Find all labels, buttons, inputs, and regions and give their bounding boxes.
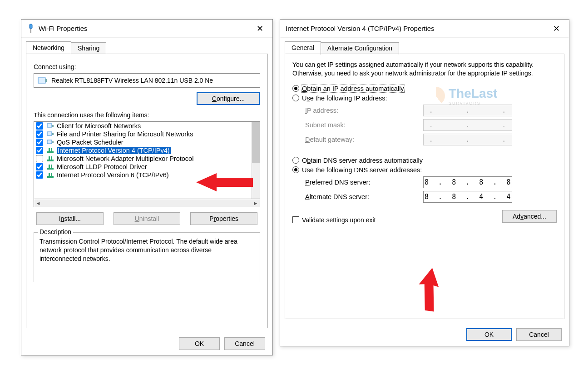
svg-rect-15 [51, 156, 52, 160]
list-item[interactable]: Microsoft LLDP Protocol Driver [34, 163, 252, 171]
scroll-left-icon[interactable]: ◄ [34, 199, 42, 207]
svg-rect-0 [30, 24, 32, 29]
pref-dns-input[interactable] [423, 176, 512, 188]
svg-rect-8 [47, 140, 52, 144]
svg-rect-1 [30, 29, 31, 33]
validate-checkbox[interactable] [292, 216, 299, 223]
wifi-title-text: Wi-Fi Properties [39, 25, 251, 32]
ipv4-title-text: Internet Protocol Version 4 (TCP/IPv4) P… [286, 25, 547, 32]
radio-ip-manual-label: Use the following IP address: [302, 95, 387, 102]
list-item-checkbox[interactable] [36, 139, 43, 146]
svg-rect-7 [52, 133, 54, 135]
wifi-tabs: Networking Sharing [26, 41, 272, 54]
install-button[interactable]: Install... [36, 212, 104, 225]
service-icon [47, 131, 54, 137]
validate-label: Validate settings upon exit [302, 216, 376, 224]
svg-rect-5 [52, 125, 54, 127]
close-button[interactable]: ✕ [547, 24, 565, 34]
radio-ip-auto-label: Obtain an IP address automatically [302, 85, 404, 92]
ip-address-label: IP address: [305, 107, 423, 114]
close-button[interactable]: ✕ [251, 24, 269, 34]
list-item[interactable]: Microsoft Network Adapter Multiplexor Pr… [34, 155, 252, 163]
radio-ip-manual[interactable] [292, 95, 299, 101]
ipv4-properties-dialog: Internet Protocol Version 4 (TCP/IPv4) P… [280, 19, 569, 346]
ipv4-tabs: General Alternate Configuration [285, 41, 569, 54]
vertical-scrollbar[interactable] [252, 122, 260, 199]
protocol-icon [47, 164, 54, 170]
tab-networking[interactable]: Networking [26, 41, 71, 54]
list-item-label: Client for Microsoft Networks [57, 122, 141, 130]
svg-rect-20 [49, 173, 50, 176]
radio-dns-manual-label: Use the following DNS server addresses: [302, 166, 422, 174]
alt-dns-label: Alternate DNS server: [305, 193, 423, 200]
list-item-label: Internet Protocol Version 4 (TCP/IPv4) [57, 147, 171, 154]
list-item-label: Microsoft Network Adapter Multiplexor Pr… [57, 155, 193, 162]
uninstall-button: Uninstall [114, 212, 181, 225]
service-icon [47, 139, 54, 145]
advanced-button[interactable]: Advanced... [502, 210, 557, 223]
list-item-checkbox[interactable] [36, 130, 43, 138]
ok-button[interactable]: OK [466, 328, 512, 341]
protocol-icon [47, 147, 54, 154]
list-item[interactable]: Internet Protocol Version 6 (TCP/IPv6) [34, 171, 252, 179]
description-legend: Description [38, 228, 73, 235]
radio-dns-auto-label: Obtain DNS server address automatically [302, 157, 423, 164]
svg-rect-11 [49, 148, 50, 151]
svg-rect-18 [51, 165, 52, 168]
list-item[interactable]: Client for Microsoft Networks [34, 122, 252, 130]
list-item-checkbox[interactable] [36, 155, 43, 162]
ipv4-intro: You can get IP settings assigned automat… [292, 60, 557, 78]
description-text: Transmission Control Protocol/Internet P… [40, 237, 254, 263]
list-item-checkbox[interactable] [36, 147, 43, 154]
radio-ip-auto[interactable] [292, 85, 299, 92]
adapter-name: Realtek RTL8188FTV Wireless LAN 802.11n … [51, 77, 213, 84]
gateway-label: Default gateway: [305, 136, 423, 143]
subnet-label: Subnet mask: [305, 121, 423, 129]
ipv4-title-bar: Internet Protocol Version 4 (TCP/IPv4) P… [280, 20, 569, 38]
svg-rect-4 [47, 124, 52, 127]
pref-dns-label: Preferred DNS server: [305, 179, 423, 186]
cancel-button[interactable]: Cancel [516, 328, 562, 341]
list-item-label: QoS Packet Scheduler [57, 139, 124, 146]
svg-rect-21 [51, 173, 52, 176]
list-item-label: File and Printer Sharing for Microsoft N… [57, 130, 193, 138]
protocol-listbox[interactable]: Client for Microsoft NetworksFile and Pr… [34, 121, 260, 207]
wifi-properties-dialog: Wi-Fi Properties ✕ Networking Sharing Co… [21, 19, 273, 355]
adapter-field[interactable]: Realtek RTL8188FTV Wireless LAN 802.11n … [34, 73, 260, 88]
gateway-input [423, 134, 512, 145]
tab-sharing[interactable]: Sharing [71, 42, 106, 55]
svg-rect-19 [47, 176, 54, 178]
list-item-label: Microsoft LLDP Protocol Driver [57, 163, 147, 170]
svg-rect-10 [47, 151, 54, 153]
tab-alt-config[interactable]: Alternate Configuration [321, 42, 399, 55]
tab-general[interactable]: General [285, 41, 321, 54]
properties-button[interactable]: Properties [190, 212, 257, 225]
list-item-checkbox[interactable] [36, 163, 43, 170]
list-item[interactable]: QoS Packet Scheduler [34, 138, 252, 146]
radio-dns-auto[interactable] [292, 157, 299, 164]
svg-rect-14 [49, 156, 50, 160]
svg-rect-12 [51, 148, 52, 151]
radio-dns-manual[interactable] [292, 166, 299, 173]
items-label: This connection uses the following items… [34, 111, 260, 119]
alt-dns-input[interactable] [423, 191, 512, 203]
list-item-label: Internet Protocol Version 6 (TCP/IPv6) [57, 171, 169, 179]
svg-rect-9 [52, 141, 54, 143]
list-item[interactable]: Internet Protocol Version 4 (TCP/IPv4) [34, 146, 252, 155]
configure-button[interactable]: Configure... [197, 92, 260, 105]
service-icon [47, 123, 54, 129]
list-item-checkbox[interactable] [36, 122, 43, 130]
horizontal-scrollbar[interactable]: ◄ ► [34, 199, 260, 207]
list-item[interactable]: File and Printer Sharing for Microsoft N… [34, 130, 252, 138]
scroll-right-icon[interactable]: ► [252, 199, 260, 207]
ok-button[interactable]: OK [179, 337, 220, 350]
list-item-checkbox[interactable] [36, 171, 43, 179]
cancel-button[interactable]: Cancel [224, 337, 265, 350]
ip-address-input [423, 105, 512, 116]
connect-using-label: Connect using: [34, 63, 260, 70]
svg-rect-13 [47, 160, 54, 161]
wifi-title-bar: Wi-Fi Properties ✕ [21, 20, 272, 38]
protocol-icon [47, 172, 54, 178]
svg-rect-6 [47, 132, 52, 135]
wifi-icon [27, 23, 35, 34]
